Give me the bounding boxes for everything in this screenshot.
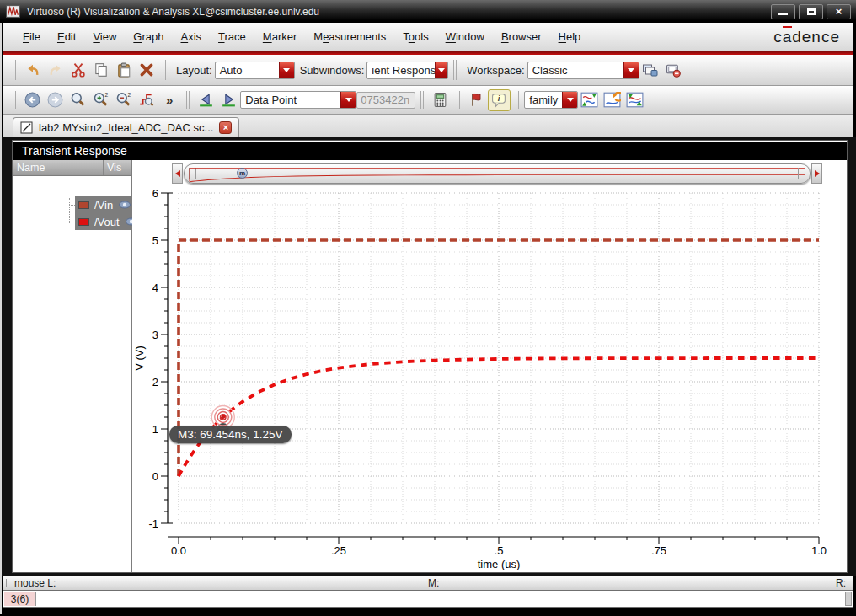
cmdline-scroll-nub[interactable] bbox=[845, 592, 852, 606]
next-datapoint-icon bbox=[220, 92, 238, 108]
workspace-combobox[interactable]: Classic bbox=[527, 62, 639, 79]
menu-view[interactable]: View bbox=[84, 27, 125, 46]
workspace-remove-icon bbox=[665, 62, 682, 78]
close-button[interactable]: × bbox=[827, 4, 851, 19]
toolbar-grip[interactable] bbox=[420, 91, 424, 109]
menu-help[interactable]: Help bbox=[550, 27, 590, 46]
toolbar-grip[interactable] bbox=[186, 91, 190, 109]
svg-text:5: 5 bbox=[152, 234, 158, 247]
family-swap-button[interactable] bbox=[623, 89, 646, 111]
menu-marker[interactable]: Marker bbox=[254, 27, 305, 46]
layout-label: Layout: bbox=[176, 64, 212, 77]
dropdown-arrow-icon[interactable] bbox=[340, 92, 356, 108]
dropdown-arrow-icon[interactable] bbox=[623, 62, 639, 78]
family-combobox[interactable]: family bbox=[524, 91, 578, 109]
left-triangle-icon bbox=[175, 170, 180, 177]
toolbar-grip[interactable] bbox=[13, 60, 16, 80]
tree-branch bbox=[13, 196, 75, 213]
toolbar-grip[interactable] bbox=[453, 60, 457, 80]
maximize-button[interactable] bbox=[799, 4, 823, 19]
titlebar: Virtuoso (R) Visualization & Analysis XL… bbox=[0, 0, 856, 23]
paste-button[interactable] bbox=[112, 59, 135, 81]
back-button[interactable] bbox=[21, 89, 44, 111]
layout-combobox[interactable]: Auto bbox=[215, 62, 295, 79]
dropdown-arrow-icon[interactable] bbox=[562, 92, 577, 108]
toolbar-grip[interactable] bbox=[163, 60, 166, 80]
logo-pre: c bbox=[773, 28, 783, 46]
window-title: Virtuoso (R) Visualization & Analysis XL… bbox=[27, 6, 771, 18]
calculator-button[interactable] bbox=[429, 89, 452, 111]
dropdown-arrow-icon[interactable] bbox=[279, 62, 294, 78]
column-vis[interactable]: Vis bbox=[103, 160, 131, 175]
column-name[interactable]: Name bbox=[13, 160, 103, 175]
zoom-out-button[interactable]: 2 bbox=[112, 89, 135, 111]
signal-list-panel: Name Vis /Vin/Vout bbox=[13, 160, 132, 572]
prev-datapoint-button[interactable] bbox=[195, 89, 217, 111]
menu-tools[interactable]: Tools bbox=[394, 27, 436, 46]
menu-file[interactable]: File bbox=[14, 27, 49, 46]
family-value: family bbox=[525, 94, 562, 106]
family-refresh-button[interactable] bbox=[601, 89, 623, 111]
marker-tooltip[interactable]: M3: 69.454ns, 1.25V bbox=[169, 426, 292, 443]
scroll-right-button[interactable] bbox=[811, 163, 822, 184]
next-datapoint-button[interactable] bbox=[217, 89, 240, 111]
datapoint-combobox[interactable]: Data Point bbox=[240, 91, 356, 109]
tab-close-button[interactable]: × bbox=[219, 121, 232, 134]
menu-axis[interactable]: Axis bbox=[172, 27, 210, 46]
tab-transient-graph[interactable]: lab2 MYsim2_Ideal_ADC_DAC sc... × bbox=[13, 117, 239, 137]
family-update-button[interactable] bbox=[578, 89, 601, 111]
scroll-left-button[interactable] bbox=[172, 163, 183, 184]
dropdown-arrow-icon[interactable] bbox=[435, 62, 447, 78]
menubar: FileEditViewGraphAxisTraceMarkerMeasurem… bbox=[3, 23, 853, 51]
forward-button[interactable] bbox=[44, 89, 67, 111]
chart-area[interactable]: -10123456V (V)0.0.25.5.751.0time (us) M3… bbox=[132, 186, 847, 572]
svg-text:0: 0 bbox=[152, 470, 158, 483]
copy-button[interactable] bbox=[89, 59, 112, 81]
menu-items: FileEditViewGraphAxisTraceMarkerMeasurem… bbox=[14, 27, 589, 46]
workspace-value: Classic bbox=[528, 64, 572, 77]
graph-workspace: Transient Response Name Vis /Vin/Vout m … bbox=[0, 137, 856, 576]
signal-row-vin[interactable]: /Vin bbox=[13, 196, 131, 213]
toolbar-grip[interactable] bbox=[457, 91, 460, 109]
delete-workspace-button[interactable] bbox=[662, 59, 685, 81]
svg-text:i: i bbox=[498, 94, 500, 103]
overview-marker-badge[interactable]: m bbox=[237, 168, 248, 179]
menu-browser[interactable]: Browser bbox=[493, 27, 550, 46]
command-line[interactable]: 3(6) bbox=[3, 590, 853, 608]
menu-edit[interactable]: Edit bbox=[49, 27, 84, 46]
save-workspace-button[interactable] bbox=[639, 59, 662, 81]
signal-list-header: Name Vis bbox=[13, 160, 131, 176]
signal-row-vout[interactable]: /Vout bbox=[13, 213, 131, 230]
subwindows-combobox[interactable]: ient Response bbox=[366, 62, 448, 79]
delete-button[interactable] bbox=[135, 59, 158, 81]
info-bubble-icon: i bbox=[491, 93, 507, 108]
family-refresh-icon bbox=[603, 92, 621, 108]
window-left-border bbox=[0, 23, 2, 614]
toolbar-grip[interactable] bbox=[516, 91, 519, 109]
chart-svg[interactable]: -10123456V (V)0.0.25.5.751.0time (us) bbox=[132, 186, 847, 572]
toolbar-grip[interactable] bbox=[13, 91, 16, 109]
nav-toolbar: 2 2 » Data Point 0753422n i family bbox=[3, 86, 853, 115]
label-info-toggle[interactable]: i bbox=[488, 89, 511, 111]
menu-measurements[interactable]: Measurements bbox=[305, 27, 394, 46]
flag-marker-button[interactable] bbox=[465, 89, 488, 111]
app-waveform-icon bbox=[6, 4, 20, 19]
menu-graph[interactable]: Graph bbox=[125, 27, 172, 46]
redo-button[interactable] bbox=[44, 59, 67, 81]
layout-value: Auto bbox=[216, 64, 247, 77]
zoom-in-button[interactable]: 2 bbox=[89, 89, 112, 111]
toolbar-overflow-chevron[interactable]: » bbox=[166, 93, 173, 107]
logo-post: dence bbox=[792, 28, 840, 46]
overview-scrollbar: m bbox=[172, 163, 822, 185]
menu-window[interactable]: Window bbox=[437, 27, 493, 46]
menu-trace[interactable]: Trace bbox=[210, 27, 254, 46]
overview-thumb[interactable]: m bbox=[184, 163, 811, 184]
cut-button[interactable] bbox=[67, 59, 89, 81]
zoom-fit-button[interactable] bbox=[67, 89, 89, 111]
undo-button[interactable] bbox=[21, 59, 44, 81]
minimize-button[interactable] bbox=[771, 4, 795, 19]
visibility-eye-icon[interactable] bbox=[118, 201, 131, 209]
history-count-badge[interactable]: 3(6) bbox=[4, 592, 36, 606]
datapoint-field[interactable]: 0753422n bbox=[356, 92, 415, 109]
zoom-waveform-button[interactable] bbox=[135, 89, 158, 111]
